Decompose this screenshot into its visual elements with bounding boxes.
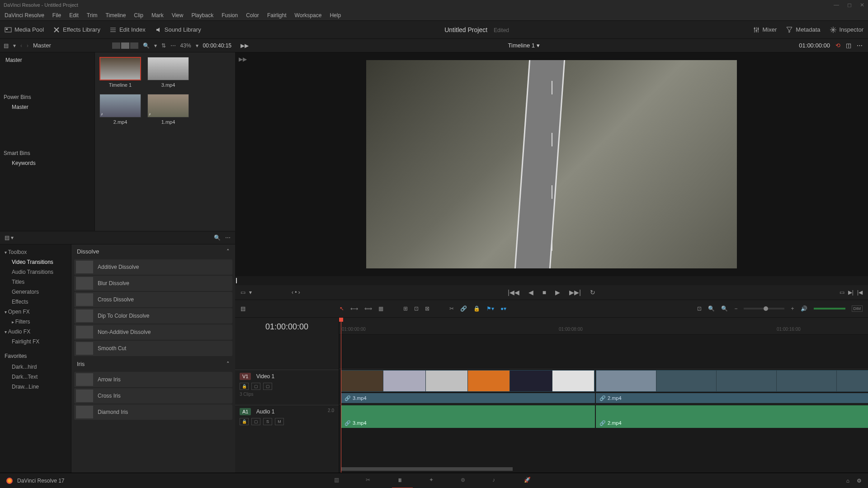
marker-icon[interactable]: ●▾ bbox=[500, 305, 506, 312]
zoom-fit-icon[interactable]: ⊡ bbox=[697, 305, 702, 312]
fx-item[interactable]: Dip To Color Dissolve bbox=[74, 308, 232, 324]
fx-item[interactable]: Cross Iris bbox=[74, 388, 232, 404]
replace-icon[interactable]: ⊠ bbox=[425, 305, 429, 312]
track-lock-button[interactable]: 🔒 bbox=[240, 383, 249, 390]
blade-icon[interactable]: ✂ bbox=[449, 305, 454, 312]
menu-item[interactable]: Mark bbox=[151, 12, 164, 19]
tree-audiofx[interactable]: Audio FX bbox=[0, 327, 71, 337]
lock-icon[interactable]: 🔒 bbox=[473, 305, 480, 312]
edit-page-button[interactable]: ⫼ bbox=[397, 477, 407, 485]
breadcrumb[interactable]: Master bbox=[33, 42, 51, 49]
bin-view-icon[interactable]: ▤ bbox=[4, 42, 9, 49]
audio-clip[interactable]: 🔗2.mp4 bbox=[596, 405, 868, 428]
track-visible-button[interactable]: ▢ bbox=[263, 383, 272, 390]
fx-item[interactable]: Smooth Cut bbox=[74, 341, 232, 356]
expand-icon[interactable]: ▶▶ bbox=[241, 42, 249, 49]
match-frame-icon[interactable]: ▭ bbox=[840, 289, 844, 296]
settings-icon[interactable]: ⚙ bbox=[857, 478, 862, 484]
detail-zoom-icon[interactable]: 🔍 bbox=[708, 305, 715, 312]
chevron-down-icon[interactable]: ▾ bbox=[249, 289, 252, 296]
flag-icon[interactable]: ⚑▾ bbox=[486, 305, 494, 312]
menu-item[interactable]: View bbox=[172, 12, 184, 19]
blade-tool[interactable]: ▦ bbox=[378, 305, 383, 312]
viewer-monitor[interactable]: ▶▶ bbox=[235, 52, 868, 276]
search-icon[interactable]: 🔍 bbox=[214, 235, 221, 241]
tree-video-transitions[interactable]: Video Transitions bbox=[0, 257, 71, 267]
stop-button[interactable]: ■ bbox=[542, 289, 546, 296]
playhead[interactable] bbox=[341, 318, 341, 473]
trim-tool[interactable]: ⟷ bbox=[350, 305, 358, 312]
fx-item[interactable]: Additive Dissolve bbox=[74, 259, 232, 275]
chevron-down-icon[interactable]: ▾ bbox=[13, 42, 16, 49]
zoom-slider[interactable] bbox=[764, 306, 768, 311]
tree-titles[interactable]: Titles bbox=[0, 277, 71, 287]
timeline-scrollbar[interactable] bbox=[341, 467, 513, 471]
edit-index-toggle[interactable]: Edit Index bbox=[109, 26, 146, 33]
timeline-tracks[interactable]: 01:00:00:00 01:00:08:00 01:00:16:00 🔗3.m… bbox=[339, 318, 868, 473]
selection-tool[interactable]: ↖ bbox=[340, 305, 344, 312]
menu-item[interactable]: Clip bbox=[134, 12, 143, 19]
track-mute-button[interactable]: M bbox=[275, 418, 284, 425]
more-icon[interactable]: ⋯ bbox=[225, 235, 231, 241]
effects-library-toggle[interactable]: Effects Library bbox=[53, 26, 100, 33]
sync-icon[interactable]: ⟲ bbox=[835, 42, 840, 49]
sound-library-toggle[interactable]: Sound Library bbox=[155, 26, 201, 33]
more-icon[interactable]: ⋯ bbox=[170, 42, 176, 49]
zoom-in-icon[interactable]: + bbox=[791, 305, 794, 312]
favorite-item[interactable]: Dark...Text bbox=[0, 372, 71, 382]
video-clip[interactable] bbox=[341, 370, 595, 392]
dim-button[interactable]: DIM bbox=[852, 305, 863, 312]
media-page-button[interactable]: ▥ bbox=[334, 477, 344, 485]
audio-track[interactable]: 🔗3.mp4 🔗2.mp4 bbox=[339, 404, 868, 439]
go-start-icon[interactable]: |◀ bbox=[857, 289, 863, 296]
video-track-header[interactable]: V1 Video 1 🔒 ▢ ▢ 3 Clips bbox=[235, 370, 339, 405]
viewer-scrubber[interactable] bbox=[235, 276, 868, 285]
menu-item[interactable]: Color bbox=[246, 12, 259, 19]
clip-item[interactable]: 3.mp4 bbox=[147, 57, 189, 88]
menu-item[interactable]: Playback bbox=[191, 12, 213, 19]
video-clip[interactable] bbox=[596, 370, 868, 392]
video-track[interactable]: 🔗3.mp4 🔗2.mp4 bbox=[339, 369, 868, 404]
expand-icon[interactable]: ▶▶ bbox=[239, 56, 247, 62]
tree-generators[interactable]: Generators bbox=[0, 287, 71, 297]
bin-view-icon[interactable]: ▤ ▾ bbox=[5, 235, 14, 241]
maximize-icon[interactable]: ◻ bbox=[847, 2, 852, 8]
track-auto-button[interactable]: ▢ bbox=[251, 418, 260, 425]
menu-item[interactable]: DaVinci Resolve bbox=[5, 12, 44, 19]
media-pool-toggle[interactable]: Media Pool bbox=[5, 26, 44, 33]
overwrite-icon[interactable]: ⊡ bbox=[414, 305, 419, 312]
custom-zoom-icon[interactable]: 🔍 bbox=[721, 305, 728, 312]
more-icon[interactable]: ⋯ bbox=[857, 42, 863, 49]
step-back-button[interactable]: ◀ bbox=[528, 289, 533, 296]
menu-item[interactable]: File bbox=[52, 12, 61, 19]
minimize-icon[interactable]: — bbox=[834, 2, 839, 8]
menu-item[interactable]: Help bbox=[330, 12, 341, 19]
volume-slider[interactable] bbox=[814, 308, 845, 310]
go-end-icon[interactable]: ▶| bbox=[848, 289, 854, 296]
chevron-down-icon[interactable]: ▾ bbox=[154, 42, 157, 49]
cut-page-button[interactable]: ✂ bbox=[366, 477, 376, 485]
next-clip-button[interactable]: ▶▶| bbox=[569, 289, 581, 296]
fx-item[interactable]: Diamond Iris bbox=[74, 404, 232, 420]
volume-icon[interactable]: 🔊 bbox=[801, 305, 807, 312]
tree-audio-transitions[interactable]: Audio Transitions bbox=[0, 267, 71, 277]
bin-item[interactable]: Master bbox=[4, 102, 91, 112]
timeline-view-icon[interactable]: ▤ bbox=[241, 305, 245, 312]
clip-item[interactable]: Timeline 1 bbox=[99, 57, 141, 88]
fx-group-header[interactable]: Iris˄ bbox=[71, 357, 235, 371]
play-button[interactable]: ▶ bbox=[555, 289, 560, 296]
fusion-page-button[interactable]: ✦ bbox=[429, 477, 439, 485]
timeline-ruler[interactable]: 01:00:00:00 01:00:08:00 01:00:16:00 bbox=[339, 318, 868, 335]
dynamic-trim-tool[interactable]: ⟺ bbox=[364, 305, 372, 312]
clip-item[interactable]: ♪ 2.mp4 bbox=[99, 94, 141, 125]
search-icon[interactable]: 🔍 bbox=[143, 42, 150, 49]
audio-clip[interactable]: 🔗3.mp4 bbox=[341, 405, 595, 428]
menu-item[interactable]: Workspace bbox=[295, 12, 322, 19]
loop-button[interactable]: ↻ bbox=[590, 289, 595, 296]
tree-toolbox[interactable]: Toolbox bbox=[0, 247, 71, 257]
menu-item[interactable]: Timeline bbox=[105, 12, 126, 19]
track-badge[interactable]: V1 bbox=[240, 373, 251, 380]
dual-view-icon[interactable]: ◫ bbox=[846, 42, 851, 49]
view-mode-toggle[interactable] bbox=[112, 42, 138, 49]
timeline-name[interactable]: Timeline 1 bbox=[508, 42, 535, 49]
